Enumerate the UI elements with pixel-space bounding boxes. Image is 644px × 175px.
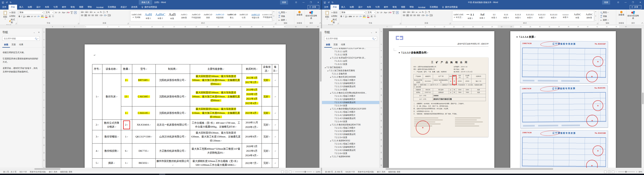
nav-outline-item[interactable]: 7.2.1.4 数控管螺纹车床QK1313*1500 <box>322 107 380 110</box>
align-center-button[interactable] <box>84 14 87 16</box>
scrollbar-thumb[interactable] <box>320 31 322 82</box>
zoom-out-button[interactable]: − <box>293 171 294 173</box>
page-indicator[interactable]: 第 1 页，共 2 页 <box>2 171 18 173</box>
restore-button[interactable]: ❐ <box>629 0 637 5</box>
nav-outline-item[interactable]: 7.2.1.5 数控线切割机床DK7735 <box>322 123 380 126</box>
nav-outline-item[interactable]: 7.2.1.4.3 设备购置合同 <box>322 117 380 120</box>
qat-customize-icon[interactable]: ▾ <box>336 2 336 3</box>
tab-draw[interactable]: 绘图 <box>348 4 356 10</box>
character-shading-button[interactable]: A <box>370 15 372 18</box>
scrollbar-thumb[interactable] <box>386 168 553 170</box>
paste-button[interactable]: 粘贴▾ <box>323 10 331 24</box>
vertical-scrollbar[interactable] <box>642 28 644 168</box>
copy-button[interactable]: 复制 <box>10 15 16 18</box>
signin-button[interactable]: 登录 <box>602 0 610 4</box>
nav-outline-item[interactable]: 7.2.1.3 数控立式升降台铣床XKA504... <box>322 91 380 94</box>
style-item[interactable]: AaBbCcD 要点 <box>226 11 238 21</box>
style-item[interactable]: AaBI 标题 1 <box>142 11 154 21</box>
align-center-button[interactable] <box>406 14 409 16</box>
nav-outline-item[interactable]: 7.1.3.1 青海油田Y221CY114*58-15... <box>322 48 380 50</box>
tab-design[interactable]: 设计 <box>34 4 43 10</box>
font-size-combo[interactable]: 五号▾ <box>45 11 54 14</box>
increase-indent-button[interactable]: ⇥ <box>419 11 420 14</box>
distribute-button[interactable] <box>417 14 420 16</box>
nav-outline-item[interactable]: 7.2.1.6.1 现场工作图片 <box>322 142 380 146</box>
horizontal-ruler[interactable]: 2246810121416182022242628303234363840424… <box>322 25 644 28</box>
tell-me-search[interactable]: 操作说明搜索 <box>440 5 459 10</box>
nav-options-icon[interactable]: ⌄ <box>33 31 35 34</box>
text-effects-button[interactable]: A▾ <box>38 15 40 18</box>
numbering-button[interactable]: ▾ <box>407 11 410 13</box>
addins-button[interactable]: 加载项 <box>295 10 304 16</box>
clear-formatting-button[interactable]: A <box>388 12 391 14</box>
track-changes-indicator[interactable]: 修订: 关闭 <box>47 171 59 173</box>
styles-dialog-launcher[interactable]: ↘ <box>596 23 598 24</box>
replace-button[interactable]: abac替换 <box>600 14 614 18</box>
minimize-button[interactable]: — <box>622 0 629 5</box>
nav-outline-item[interactable]: 7.2.1.5.3 设备购置合同 <box>322 133 380 136</box>
nav-outline-item[interactable]: 7.2.1.3.1 现场工作图片 <box>322 94 380 98</box>
heading-invoice[interactable]: 7.2.1.3.4 发票 <box>517 35 611 39</box>
align-right-button[interactable] <box>410 14 412 16</box>
tab-view[interactable]: 视图 <box>77 4 86 10</box>
style-item[interactable]: AaBbCcD 强调 <box>202 11 214 21</box>
font-color-button[interactable]: A▾ <box>367 15 369 18</box>
clear-formatting-button[interactable]: A <box>66 12 69 14</box>
align-left-button[interactable] <box>403 14 405 16</box>
heading-contract[interactable]: 7.2.1.3.3 设备购置合同 <box>399 51 488 54</box>
scrollbar-thumb[interactable] <box>642 92 644 104</box>
redo-icon[interactable]: ↻ <box>10 1 12 4</box>
find-button[interactable]: 查找▾ <box>278 11 292 14</box>
bullets-button[interactable]: ▾ <box>81 11 84 13</box>
nav-outline-item[interactable]: 7.1.3.2.1 合同 <box>322 60 380 63</box>
change-case-button[interactable]: Aa▾ <box>62 12 65 14</box>
tab-home[interactable]: 开始 <box>330 4 339 10</box>
table-row[interactable]: 3 数控管螺纹 1 QK1313*1500 山东沂水机床有限公司 最大回转直径6… <box>92 130 278 144</box>
bold-button[interactable]: B <box>340 15 342 18</box>
tell-me-search[interactable]: 操作说明搜索 <box>140 5 159 10</box>
horizontal-scrollbar[interactable] <box>0 168 322 170</box>
nav-outline-item[interactable]: 7.2.1.2.3 设备购置合同 <box>322 85 380 88</box>
style-item[interactable]: AaB 标题 <box>166 11 178 21</box>
search-icon[interactable] <box>372 38 374 39</box>
tab-home[interactable]: 开始 <box>8 4 17 10</box>
read-mode-button[interactable] <box>604 171 607 173</box>
close-button[interactable]: ✕ <box>314 0 322 5</box>
line-spacing-button[interactable]: ↕▾ <box>421 14 425 16</box>
table-row[interactable]: 1 数控车床 2 BRT5085 沈阳机床股份有限公司 最大回转直径500mm、… <box>92 74 278 87</box>
clipboard-dialog-launcher[interactable]: ↘ <box>15 23 17 24</box>
nav-search-input[interactable] <box>326 38 371 40</box>
zoom-level[interactable]: 80% <box>639 171 642 173</box>
style-item[interactable]: 1.1.1.1 标题 5 <box>512 11 524 21</box>
web-layout-button[interactable] <box>289 171 292 173</box>
ribbon-display-options-icon[interactable]: ⊡ <box>614 0 622 5</box>
zoom-slider[interactable] <box>295 172 312 172</box>
style-item[interactable]: AaBbCcD 明显强调 <box>214 11 226 21</box>
nav-tab-pages[interactable]: 页面 <box>10 42 18 48</box>
nav-outline-item[interactable]: 7.2.1 加工制造设备的完整性 <box>322 69 380 72</box>
show-marks-button[interactable]: ¶ <box>429 11 430 13</box>
increase-indent-button[interactable]: ⇥ <box>97 11 99 14</box>
font-name-combo[interactable]: 宋体▾ <box>340 11 366 14</box>
collapse-triangle-icon[interactable] <box>330 92 331 94</box>
asian-layout-button[interactable]: A▾ <box>422 11 424 13</box>
equipment-table[interactable]: 序号设备名称 数量型号 制造商主要性能参数 购买时间设备状况 备注 1 数控车床… <box>92 64 278 168</box>
style-item[interactable]: AaBbC 标题 2 <box>154 11 166 21</box>
collapse-triangle-icon[interactable] <box>327 70 328 71</box>
highlight-button[interactable]: ab▾ <box>41 15 44 18</box>
character-shading-button[interactable]: A <box>48 15 50 18</box>
borders-button[interactable]: ▾ <box>108 14 110 16</box>
tab-acrobat[interactable]: Acrobat <box>94 5 106 10</box>
style-gallery-scroll[interactable]: ▲▼▿ <box>272 10 275 22</box>
ribbon-display-options-icon[interactable]: ⊡ <box>292 0 300 5</box>
strikethrough-button[interactable]: abc <box>348 15 352 18</box>
shrink-font-button[interactable]: A˅ <box>58 12 61 14</box>
numbering-button[interactable]: ▾ <box>85 11 88 13</box>
nav-close-icon[interactable]: ✕ <box>38 31 40 34</box>
language-indicator[interactable]: 简体中文(中国大陆) <box>356 171 375 173</box>
nav-outline-item[interactable]: 7.2.1.6 插床BK5032 <box>322 139 380 142</box>
close-button[interactable]: ✕ <box>637 0 644 5</box>
italic-button[interactable]: I <box>21 15 22 18</box>
nav-outline-item[interactable]: 7.2.1.2.2 设备铭牌照片 <box>322 82 380 85</box>
addins-button[interactable]: 加载项 <box>617 10 626 16</box>
